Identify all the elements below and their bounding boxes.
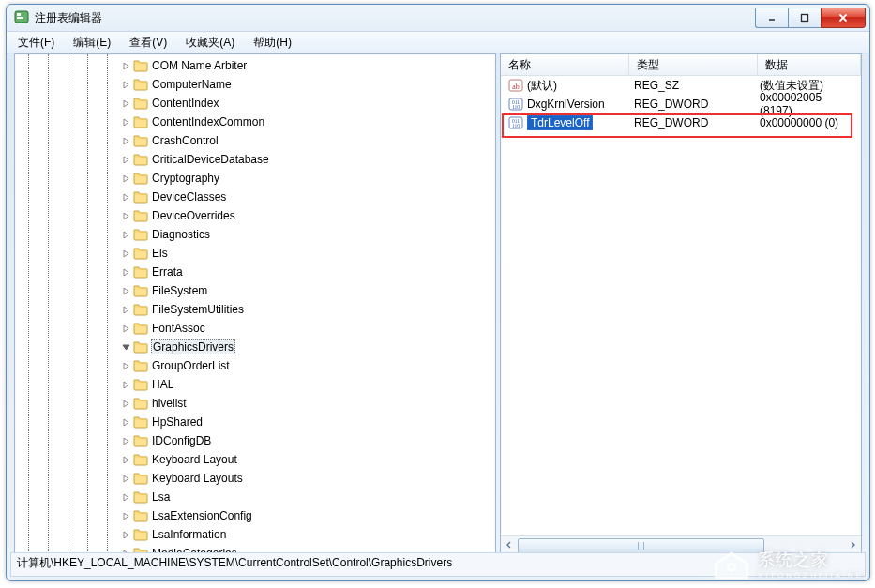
tree-pane[interactable]: COM Name Arbiter ComputerName ContentInd… <box>14 53 496 554</box>
column-name[interactable]: 名称 <box>501 54 629 75</box>
tree-node[interactable]: HAL <box>15 375 495 394</box>
disclosure-closed-icon[interactable] <box>120 210 131 221</box>
disclosure-closed-icon[interactable] <box>120 360 131 371</box>
column-type[interactable]: 类型 <box>629 54 758 75</box>
disclosure-closed-icon[interactable] <box>120 229 131 240</box>
disclosure-closed-icon[interactable] <box>120 304 131 315</box>
disclosure-closed-icon[interactable] <box>120 116 131 128</box>
tree-node[interactable]: CriticalDeviceDatabase <box>15 150 495 169</box>
tree-node[interactable]: IDConfigDB <box>15 431 495 450</box>
tree-node[interactable]: ContentIndex <box>15 94 495 113</box>
disclosure-closed-icon[interactable] <box>120 473 131 484</box>
tree-node[interactable]: FileSystemUtilities <box>15 300 495 319</box>
disclosure-closed-icon[interactable] <box>120 248 131 259</box>
reg-string-icon <box>508 78 523 93</box>
disclosure-closed-icon[interactable] <box>120 510 131 521</box>
tree-node[interactable]: Errata <box>15 263 495 281</box>
disclosure-closed-icon[interactable] <box>120 398 131 409</box>
menu-help[interactable]: 帮助(H) <box>248 33 297 53</box>
menubar: 文件(F) 编辑(E) 查看(V) 收藏夹(A) 帮助(H) <box>7 31 869 53</box>
disclosure-closed-icon[interactable] <box>120 98 131 109</box>
titlebar[interactable]: 注册表编辑器 <box>7 5 869 31</box>
value-row[interactable]: DxgKrnlVersion REG_DWORD 0x00002005 (819… <box>501 95 861 113</box>
tree-node[interactable]: DeviceClasses <box>15 188 495 206</box>
tree-node-label: CrashControl <box>152 134 219 147</box>
tree-node[interactable]: FileSystem <box>15 281 495 300</box>
tree-node[interactable]: Els <box>15 244 495 263</box>
tree-node-label: LsaInformation <box>152 528 226 541</box>
tree-node-label: Diagnostics <box>152 228 210 241</box>
tree-node-label: Cryptography <box>152 172 219 185</box>
folder-icon <box>133 264 148 279</box>
list-body[interactable]: (默认) REG_SZ (数值未设置) DxgKrnlVersion REG_D… <box>501 76 861 553</box>
tree-node[interactable]: Keyboard Layout <box>15 450 495 469</box>
disclosure-closed-icon[interactable] <box>120 154 131 165</box>
folder-icon <box>133 471 148 486</box>
disclosure-closed-icon[interactable] <box>120 266 131 278</box>
tree-node[interactable]: Cryptography <box>15 169 495 188</box>
column-data[interactable]: 数据 <box>758 54 861 75</box>
tree-node[interactable]: Keyboard Layouts <box>15 469 495 488</box>
tree-node-label: FontAssoc <box>152 322 205 335</box>
folder-icon <box>133 246 148 261</box>
menu-file[interactable]: 文件(F) <box>12 33 60 53</box>
value-data: 0x00002005 (8197) <box>760 91 855 117</box>
folder-icon <box>133 77 148 92</box>
tree-node[interactable]: DeviceOverrides <box>15 206 495 225</box>
disclosure-open-icon[interactable] <box>120 341 131 353</box>
tree-node[interactable]: Lsa <box>15 488 495 506</box>
tree-node-label: IDConfigDB <box>152 434 211 447</box>
tree-node[interactable]: GroupOrderList <box>15 356 495 375</box>
folder-icon <box>133 508 148 523</box>
value-name: DxgKrnlVersion <box>527 98 605 111</box>
disclosure-closed-icon[interactable] <box>120 529 131 540</box>
folder-icon <box>133 527 148 542</box>
disclosure-closed-icon[interactable] <box>120 435 131 446</box>
tree-node[interactable]: LsaInformation <box>15 525 495 544</box>
tree-node-label: FileSystem <box>152 284 207 297</box>
scroll-thumb[interactable] <box>518 538 764 553</box>
value-type: REG_DWORD <box>634 116 708 129</box>
disclosure-closed-icon[interactable] <box>120 135 131 146</box>
tree-node[interactable]: ContentIndexCommon <box>15 113 495 131</box>
menu-edit[interactable]: 编辑(E) <box>68 33 116 53</box>
values-pane[interactable]: 名称 类型 数据 (默认) REG_SZ (数值未设置) DxgKrnlVers… <box>500 53 862 554</box>
window-maximize-button[interactable] <box>788 8 821 28</box>
menu-view[interactable]: 查看(V) <box>124 33 173 53</box>
folder-icon <box>133 171 148 186</box>
tree-node-label: DeviceClasses <box>152 190 226 204</box>
tree-node[interactable]: COM Name Arbiter <box>15 56 495 75</box>
window-minimize-button[interactable] <box>755 8 788 28</box>
tree-node-label: Keyboard Layout <box>152 453 237 466</box>
disclosure-closed-icon[interactable] <box>120 454 131 465</box>
list-header[interactable]: 名称 类型 数据 <box>501 54 861 76</box>
disclosure-closed-icon[interactable] <box>120 60 131 71</box>
disclosure-closed-icon[interactable] <box>120 191 131 203</box>
tree-node[interactable]: hivelist <box>15 394 495 413</box>
disclosure-closed-icon[interactable] <box>120 285 131 296</box>
value-type: REG_SZ <box>634 79 679 92</box>
window-close-button[interactable] <box>821 8 866 28</box>
tree-node[interactable]: ComputerName <box>15 75 495 94</box>
value-row[interactable]: TdrLevelOff REG_DWORD 0x00000000 (0) <box>501 113 861 132</box>
tree-node[interactable]: GraphicsDrivers <box>15 338 495 356</box>
tree-node[interactable]: CrashControl <box>15 131 495 150</box>
disclosure-closed-icon[interactable] <box>120 491 131 503</box>
disclosure-closed-icon[interactable] <box>120 323 131 334</box>
scroll-left-button[interactable] <box>501 536 518 553</box>
disclosure-closed-icon[interactable] <box>120 79 131 90</box>
scroll-right-button[interactable] <box>844 536 861 553</box>
disclosure-closed-icon[interactable] <box>120 173 131 184</box>
value-name: TdrLevelOff <box>527 115 593 130</box>
tree-node[interactable]: FontAssoc <box>15 319 495 338</box>
menu-favorites[interactable]: 收藏夹(A) <box>180 33 240 53</box>
tree-node[interactable]: Diagnostics <box>15 225 495 244</box>
disclosure-closed-icon[interactable] <box>120 379 131 390</box>
disclosure-closed-icon[interactable] <box>120 416 131 428</box>
tree-node[interactable]: LsaExtensionConfig <box>15 506 495 525</box>
tree-node[interactable]: HpShared <box>15 413 495 431</box>
horizontal-scrollbar[interactable] <box>501 535 861 553</box>
folder-icon <box>133 227 148 242</box>
folder-icon <box>133 452 148 467</box>
scroll-track[interactable] <box>518 536 844 553</box>
